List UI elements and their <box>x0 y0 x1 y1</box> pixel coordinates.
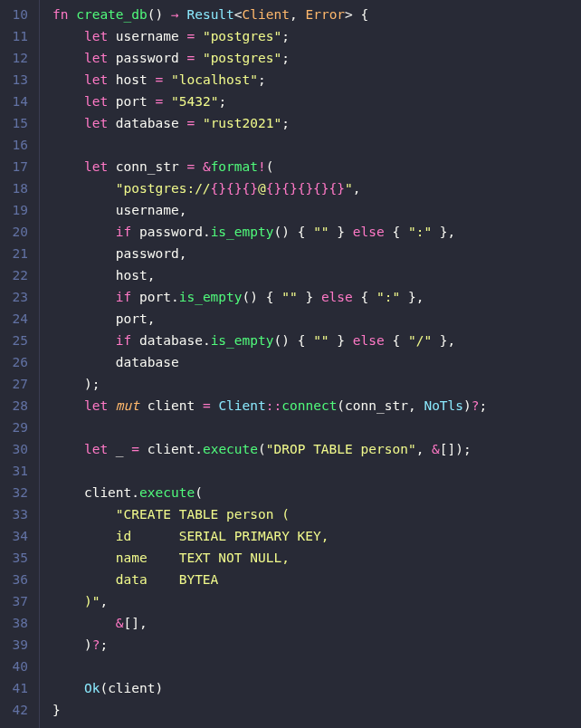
token-str: " <box>345 181 353 196</box>
code-line[interactable] <box>52 134 487 156</box>
token-pun <box>108 116 116 130</box>
token-str: ":" <box>408 225 432 239</box>
token-var: conn_str <box>116 159 179 174</box>
token-var: port <box>139 290 171 304</box>
token-pun <box>108 51 116 65</box>
token-pun: ; <box>281 116 290 130</box>
token-var: host <box>116 72 148 87</box>
token-kw: let <box>84 72 108 87</box>
token-fnname: execute <box>139 485 195 500</box>
token-pun <box>131 225 139 239</box>
code-line[interactable]: let _ = client.execute("DROP TABLE perso… <box>52 438 487 460</box>
code-line[interactable]: username, <box>52 199 487 221</box>
token-var: port <box>116 94 148 109</box>
code-line[interactable]: host, <box>52 264 487 286</box>
token-var: port <box>116 311 148 326</box>
code-area[interactable]: fn create_db() → Result<Client, Error> {… <box>40 0 487 728</box>
token-pun <box>131 290 139 304</box>
token-pun <box>52 333 116 348</box>
token-op: → <box>171 7 179 22</box>
code-line[interactable]: ); <box>52 373 487 395</box>
token-typegen: NoTls <box>424 398 463 413</box>
token-fnname: execute <box>203 442 258 456</box>
code-line[interactable]: "CREATE TABLE person ( <box>52 503 487 525</box>
code-line[interactable]: if password.is_empty() { "" } else { ":"… <box>52 221 487 243</box>
code-line[interactable] <box>52 460 487 482</box>
token-pun: { <box>385 225 408 239</box>
line-number: 32 <box>4 482 28 503</box>
token-pun: ; <box>258 72 266 87</box>
line-number: 11 <box>4 25 28 47</box>
code-line[interactable]: client.execute( <box>52 482 487 503</box>
token-op: & <box>203 159 211 174</box>
code-line[interactable]: data BYTEA <box>52 569 487 590</box>
code-line[interactable] <box>52 417 487 438</box>
code-line[interactable]: fn create_db() → Result<Client, Error> { <box>52 4 487 25</box>
token-pun <box>148 94 156 109</box>
token-pun <box>108 442 116 456</box>
code-line[interactable]: let port = "5432"; <box>52 91 487 112</box>
code-line[interactable]: database <box>52 351 487 373</box>
token-str: id SERIAL PRIMARY KEY, <box>52 529 329 543</box>
code-line[interactable]: let host = "localhost"; <box>52 69 487 91</box>
token-pun <box>52 116 84 130</box>
token-pun <box>108 398 116 413</box>
token-op: = <box>131 442 139 456</box>
code-line[interactable]: let conn_str = &format!( <box>52 156 487 177</box>
code-line[interactable]: if port.is_empty() { "" } else { ":" }, <box>52 286 487 308</box>
token-str: @ <box>258 181 266 196</box>
token-str: "CREATE TABLE person ( <box>116 507 290 522</box>
code-line[interactable]: if database.is_empty() { "" } else { "/"… <box>52 330 487 351</box>
token-var: database <box>116 116 179 130</box>
token-kw: let <box>84 442 108 456</box>
token-pun <box>163 94 171 109</box>
code-editor[interactable]: 1011121314151617181920212223242526272829… <box>0 0 581 728</box>
token-pun <box>52 507 116 522</box>
token-pun <box>52 203 116 217</box>
line-number: 27 <box>4 373 28 395</box>
token-esc: {}{}{} <box>211 181 258 196</box>
code-line[interactable]: let password = "postgres"; <box>52 47 487 69</box>
code-line[interactable]: "postgres://{}{}{}@{}{}{}{}{}", <box>52 177 487 199</box>
code-line[interactable]: id SERIAL PRIMARY KEY, <box>52 525 487 547</box>
token-pun: , <box>408 398 424 413</box>
token-pun: { <box>353 290 376 304</box>
token-pun: ( <box>100 681 108 695</box>
code-line[interactable]: password, <box>52 243 487 264</box>
code-line[interactable]: Ok(client) <box>52 677 487 699</box>
line-number: 34 <box>4 525 28 547</box>
token-pun: () { <box>273 333 313 348</box>
token-pun <box>195 116 203 130</box>
token-pun <box>108 72 116 87</box>
token-str: "" <box>313 333 329 348</box>
code-line[interactable]: )", <box>52 590 487 612</box>
code-line[interactable]: &[], <box>52 612 487 634</box>
code-line[interactable]: let database = "rust2021"; <box>52 112 487 134</box>
token-kw: let <box>84 51 108 65</box>
code-line[interactable]: name TEXT NOT NULL, <box>52 547 487 569</box>
line-number: 40 <box>4 656 28 677</box>
token-pun: ; <box>218 94 226 109</box>
token-pun <box>139 442 148 456</box>
code-line[interactable]: )?; <box>52 634 487 656</box>
token-pun <box>139 398 148 413</box>
token-pun: . <box>203 225 211 239</box>
token-var: username <box>116 29 179 43</box>
token-pun <box>52 616 116 630</box>
code-line[interactable] <box>52 656 487 677</box>
token-pun: ( <box>266 159 274 174</box>
token-typegen: Ok <box>84 681 100 695</box>
token-pun: ); <box>52 377 100 391</box>
token-kw: else <box>353 225 385 239</box>
token-kw: let <box>84 398 108 413</box>
code-line[interactable]: let username = "postgres"; <box>52 25 487 47</box>
token-pun <box>195 159 203 174</box>
code-line[interactable]: port, <box>52 308 487 330</box>
line-number-gutter: 1011121314151617181920212223242526272829… <box>0 0 40 728</box>
code-line[interactable]: let mut client = Client::connect(conn_st… <box>52 395 487 417</box>
code-line[interactable]: } <box>52 699 487 721</box>
line-number: 24 <box>4 308 28 330</box>
token-pun <box>52 181 116 196</box>
line-number: 12 <box>4 47 28 69</box>
token-op: ! <box>258 159 266 174</box>
